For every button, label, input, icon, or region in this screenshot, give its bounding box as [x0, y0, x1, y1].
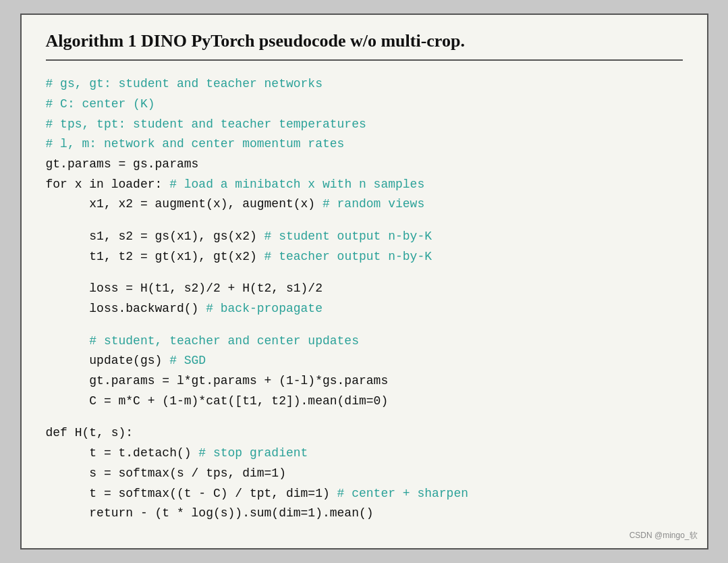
code-spacer: [46, 411, 683, 423]
code-line: loss.backward() # back-propagate: [46, 299, 683, 319]
code-line: gt.params = l*gt.params + (1-l)*gs.param…: [46, 371, 683, 392]
watermark: CSDN @mingo_软: [629, 530, 698, 541]
algorithm-label: Algorithm 1: [46, 31, 137, 51]
code-spacer: [46, 319, 683, 331]
code-line: loss = H(t1, s2)/2 + H(t2, s1)/2: [46, 279, 683, 299]
code-line: # student, teacher and center updates: [46, 331, 683, 352]
code-spacer: [46, 215, 683, 227]
code-line: # C: center (K): [46, 95, 683, 115]
code-line: # gs, gt: student and teacher networks: [46, 74, 683, 95]
algorithm-description: DINO PyTorch pseudocode w/o multi-crop.: [137, 31, 465, 51]
code-line: s = softmax(s / tps, dim=1): [46, 464, 683, 484]
code-line: s1, s2 = gs(x1), gs(x2) # student output…: [46, 227, 683, 247]
code-line: def H(t, s):: [46, 423, 683, 444]
code-line: for x in loader: # load a minibatch x wi…: [46, 175, 683, 195]
code-line: # tps, tpt: student and teacher temperat…: [46, 115, 683, 135]
code-line: C = m*C + (1-m)*cat([t1, t2]).mean(dim=0…: [46, 392, 683, 412]
code-block: # gs, gt: student and teacher networks# …: [46, 74, 683, 524]
code-line: t1, t2 = gt(x1), gt(x2) # teacher output…: [46, 247, 683, 267]
code-line: update(gs) # SGD: [46, 351, 683, 371]
code-spacer: [46, 267, 683, 279]
code-line: # l, m: network and center momentum rate…: [46, 134, 683, 155]
code-line: x1, x2 = augment(x), augment(x) # random…: [46, 194, 683, 215]
algorithm-box: Algorithm 1 DINO PyTorch pseudocode w/o …: [20, 14, 708, 549]
code-line: t = softmax((t - C) / tpt, dim=1) # cent…: [46, 484, 683, 504]
code-line: t = t.detach() # stop gradient: [46, 444, 683, 464]
algorithm-title: Algorithm 1 DINO PyTorch pseudocode w/o …: [46, 31, 683, 61]
code-line: return - (t * log(s)).sum(dim=1).mean(): [46, 504, 683, 524]
code-line: gt.params = gs.params: [46, 155, 683, 175]
